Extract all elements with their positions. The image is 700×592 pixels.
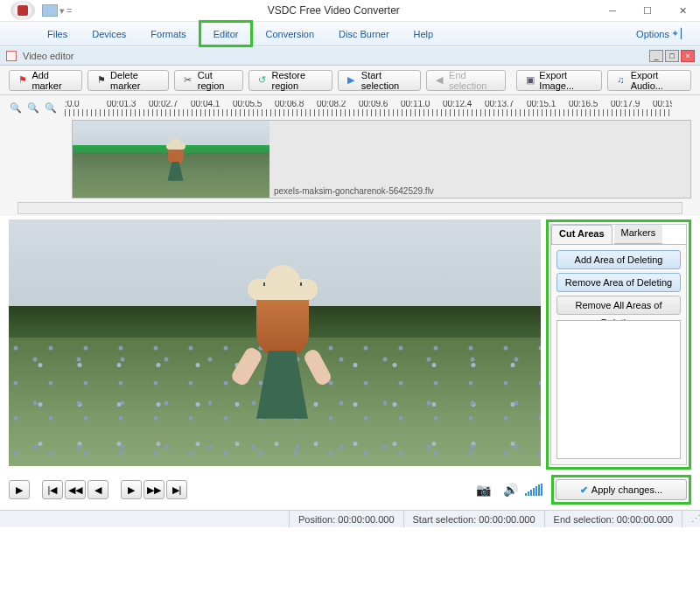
cut-region-button[interactable]: Cut region — [174, 70, 243, 91]
export-audio-label: Export Audio... — [631, 70, 682, 91]
menu-options[interactable]: Options ✦ ▏ — [624, 22, 700, 45]
apply-changes-button[interactable]: Apply changes... — [556, 479, 687, 500]
scissors-icon — [184, 74, 193, 87]
window-title: VSDC Free Video Converter — [72, 4, 595, 17]
video-preview[interactable] — [9, 219, 541, 466]
step-fwd-button[interactable]: ▶ — [121, 480, 142, 499]
options-label: Options — [636, 29, 669, 39]
ruler-label: 00:12.4 — [443, 101, 485, 108]
rewind-button[interactable]: ◀◀ — [65, 480, 86, 499]
menu-help[interactable]: Help — [402, 22, 446, 45]
sub-maximize-button[interactable]: □ — [665, 50, 679, 62]
side-panel: Cut Areas Markers Add Area of Deleting R… — [550, 224, 687, 465]
menu-formats[interactable]: Formats — [138, 22, 198, 45]
volume-icon[interactable]: 🔊 — [503, 483, 518, 497]
options-gear-icon: ✦ — [671, 28, 679, 39]
restore-icon — [258, 74, 268, 87]
ruler-label: 00:13.7 — [485, 101, 527, 108]
sub-minimize-button[interactable]: _ — [649, 50, 663, 62]
ruler-labels: :0.0 00:01.3 00:02.7 00:04.1 00:05.5 00:… — [65, 101, 672, 108]
quick-access: ▾ = — [42, 4, 72, 17]
ruler-label: 00:05.5 — [233, 101, 275, 108]
areas-list[interactable] — [556, 320, 681, 459]
position-value: 00:00:00.000 — [338, 514, 394, 525]
minimize-button[interactable]: ─ — [595, 1, 630, 20]
ruler-label: 00:19.3 — [653, 101, 672, 108]
remove-all-areas-button[interactable]: Remove All Areas of Deleting — [556, 296, 681, 315]
maximize-button[interactable]: ☐ — [630, 1, 665, 20]
video-editor-icon — [5, 50, 18, 62]
snapshot-icon[interactable]: 📷 — [476, 483, 491, 497]
close-button[interactable]: ✕ — [665, 1, 700, 20]
add-marker-label: Add marker — [32, 70, 72, 91]
tab-markers[interactable]: Markers — [614, 225, 663, 244]
clip-thumbnail[interactable] — [73, 121, 270, 198]
menu-files[interactable]: Files — [35, 22, 80, 45]
go-end-button[interactable]: ▶| — [166, 480, 187, 499]
subwindow-title: Video editor — [23, 51, 649, 61]
ruler-label: 00:04.1 — [191, 101, 233, 108]
timeline-scrollbar[interactable] — [18, 202, 682, 214]
timeline-area: 🔍 🔍 🔍 :0.0 00:01.3 00:02.7 00:04.1 00:05… — [0, 95, 700, 216]
end-selection-button[interactable]: End selection — [426, 70, 506, 91]
end-selection-label: End selection — [449, 70, 496, 91]
ruler-label: 00:09.6 — [359, 101, 401, 108]
apply-label: Apply changes... — [592, 484, 662, 495]
subwindow-header: Video editor _ □ × — [0, 46, 700, 66]
menu-devices[interactable]: Devices — [80, 22, 138, 45]
ruler-label: 00:15.1 — [527, 101, 569, 108]
add-marker-button[interactable]: Add marker — [9, 70, 82, 91]
status-position: Position: 00:00:00.000 — [289, 511, 403, 527]
tab-cut-areas[interactable]: Cut Areas — [551, 225, 612, 244]
ruler-label: 00:01.3 — [107, 101, 149, 108]
clip-filename: pexels-maksim-goncharenok-5642529.flv — [274, 186, 434, 196]
delete-marker-label: Delete marker — [110, 70, 159, 91]
sub-close-button[interactable]: × — [681, 50, 695, 62]
flag-red-icon — [18, 74, 28, 87]
end-sel-value: 00:00:00.000 — [617, 514, 673, 525]
down-caret-icon: ▏ — [681, 28, 688, 39]
export-image-icon — [526, 74, 536, 87]
ruler-label: 00:06.8 — [275, 101, 317, 108]
editor-toolbar: Add marker Delete marker Cut region Rest… — [0, 66, 700, 95]
menu-editor[interactable]: Editor — [199, 20, 254, 47]
remove-area-button[interactable]: Remove Area of Deleting — [556, 273, 681, 292]
start-selection-button[interactable]: Start selection — [338, 70, 420, 91]
start-selection-label: Start selection — [361, 70, 411, 91]
ruler-label: 00:08.2 — [317, 101, 359, 108]
end-sel-label: End selection: — [554, 514, 614, 525]
export-image-button[interactable]: Export Image... — [516, 70, 602, 91]
menu-conversion[interactable]: Conversion — [253, 22, 326, 45]
qat-dropdown-icon[interactable] — [42, 4, 58, 17]
flag-dark-icon — [97, 74, 107, 87]
export-audio-icon — [617, 74, 626, 87]
playback-row: ▶ |◀ ◀◀ ◀ ▶ ▶▶ ▶| 📷 🔊 Apply changes... — [0, 470, 700, 510]
start-sel-icon — [347, 74, 357, 87]
app-icon[interactable] — [10, 1, 35, 20]
forward-button[interactable]: ▶▶ — [144, 480, 164, 499]
cut-region-label: Cut region — [198, 70, 234, 91]
zoom-out-button[interactable]: 🔍 — [26, 101, 40, 115]
ruler-label: :0.0 — [65, 101, 107, 108]
delete-marker-button[interactable]: Delete marker — [88, 70, 170, 91]
go-start-button[interactable]: |◀ — [42, 480, 63, 499]
play-button[interactable]: ▶ — [9, 480, 30, 499]
end-sel-icon — [436, 74, 445, 87]
restore-region-button[interactable]: Restore region — [248, 70, 332, 91]
status-resize-grip[interactable]: ⋰ — [682, 511, 700, 527]
export-image-label: Export Image... — [539, 70, 592, 91]
ruler-label: 00:02.7 — [149, 101, 191, 108]
ruler-label: 00:17.9 — [611, 101, 653, 108]
ruler-label: 00:11.0 — [401, 101, 443, 108]
zoom-fit-button[interactable]: 🔍 — [44, 101, 58, 115]
export-audio-button[interactable]: Export Audio... — [607, 70, 691, 91]
volume-bars[interactable] — [525, 484, 542, 496]
menu-disc-burner[interactable]: Disc Burner — [326, 22, 401, 45]
timeline-track[interactable]: pexels-maksim-goncharenok-5642529.flv — [72, 120, 691, 198]
add-area-button[interactable]: Add Area of Deleting — [556, 250, 681, 269]
step-back-button[interactable]: ◀ — [88, 480, 108, 499]
ruler-label: 00:16.5 — [569, 101, 611, 108]
start-sel-label: Start selection: — [413, 514, 477, 525]
zoom-in-button[interactable]: 🔍 — [9, 101, 23, 115]
time-ruler[interactable]: :0.0 00:01.3 00:02.7 00:04.1 00:05.5 00:… — [65, 101, 672, 118]
